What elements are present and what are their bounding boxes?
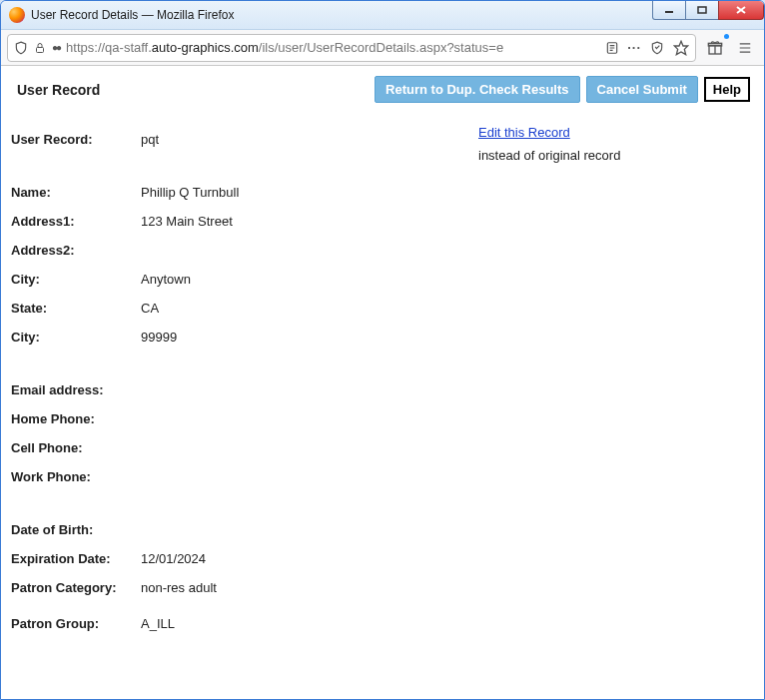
value-email: [141, 375, 750, 404]
spacer: [11, 491, 750, 515]
label-user-record: User Record:: [11, 125, 141, 154]
whats-new-icon[interactable]: [702, 35, 728, 61]
url-prefix: https://qa-staff.: [66, 40, 152, 55]
value-name: Phillip Q Turnbull: [141, 178, 750, 207]
browser-toolbar: ●● https://qa-staff.auto-graphics.com/il…: [1, 30, 764, 66]
maximize-button[interactable]: [685, 0, 719, 20]
minimize-button[interactable]: [652, 0, 686, 20]
more-icon[interactable]: ···: [627, 40, 641, 55]
toolbar-right: [702, 35, 758, 61]
url-actions: ···: [605, 40, 689, 56]
value-patron-category: non-res adult: [141, 573, 750, 602]
return-button[interactable]: Return to Dup. Check Results: [375, 76, 579, 103]
label-state: State:: [11, 294, 141, 323]
value-state: CA: [141, 294, 750, 323]
value-dob: [141, 515, 750, 544]
firefox-icon: [9, 7, 25, 23]
shield-icon: [14, 41, 28, 55]
value-cell-phone: [141, 433, 750, 462]
cancel-submit-button[interactable]: Cancel Submit: [586, 76, 698, 103]
url-text: https://qa-staff.auto-graphics.com/ils/u…: [66, 40, 503, 55]
window-title: User Record Details — Mozilla Firefox: [31, 8, 234, 22]
label-dob: Date of Birth:: [11, 515, 141, 544]
value-work-phone: [141, 462, 750, 491]
permissions-icon: ●●: [52, 42, 60, 53]
value-address1: 123 Main Street: [141, 207, 750, 236]
value-expiration: 12/01/2024: [141, 544, 750, 573]
star-icon[interactable]: [673, 40, 689, 56]
menu-icon[interactable]: [732, 35, 758, 61]
url-host: auto-graphics.com: [152, 40, 259, 55]
value-zip: 99999: [141, 323, 750, 351]
label-patron-group: Patron Group:: [11, 602, 141, 638]
spacer: [11, 351, 750, 375]
record-fields: User Record: pqt Name: Phillip Q Turnbul…: [11, 125, 750, 638]
value-home-phone: [141, 404, 750, 433]
svg-marker-9: [674, 41, 687, 54]
label-city: City:: [11, 265, 141, 294]
label-patron-category: Patron Category:: [11, 573, 141, 602]
edit-record-link[interactable]: Edit this Record: [478, 125, 620, 140]
record-body: Edit this Record instead of original rec…: [11, 125, 750, 638]
page-title: User Record: [11, 82, 100, 98]
value-patron-group: A_ILL: [141, 602, 750, 638]
reader-mode-icon[interactable]: [605, 41, 619, 55]
label-home-phone: Home Phone:: [11, 404, 141, 433]
url-path: /ils/user/UserRecordDetails.aspx?status=…: [259, 40, 503, 55]
label-cell-phone: Cell Phone:: [11, 433, 141, 462]
label-address2: Address2:: [11, 236, 141, 265]
close-button[interactable]: [718, 0, 764, 20]
address-bar[interactable]: ●● https://qa-staff.auto-graphics.com/il…: [7, 34, 696, 62]
svg-rect-12: [708, 43, 721, 46]
label-expiration: Expiration Date:: [11, 544, 141, 573]
label-address1: Address1:: [11, 207, 141, 236]
edit-note: instead of original record: [478, 148, 620, 163]
lock-icon: [34, 41, 46, 55]
label-zip: City:: [11, 323, 141, 351]
svg-rect-4: [37, 47, 44, 52]
help-button[interactable]: Help: [704, 77, 750, 102]
page-content: User Record Return to Dup. Check Results…: [1, 66, 764, 699]
label-work-phone: Work Phone:: [11, 462, 141, 491]
value-user-record: pqt: [141, 125, 750, 154]
page-header: User Record Return to Dup. Check Results…: [11, 76, 750, 103]
page-actions: Return to Dup. Check Results Cancel Subm…: [375, 76, 750, 103]
window-titlebar: User Record Details — Mozilla Firefox: [1, 1, 764, 30]
svg-rect-1: [698, 7, 706, 13]
value-city: Anytown: [141, 265, 750, 294]
spacer: [11, 154, 750, 178]
label-email: Email address:: [11, 375, 141, 404]
pocket-icon[interactable]: [649, 41, 665, 55]
edit-area: Edit this Record instead of original rec…: [478, 125, 620, 163]
label-name: Name:: [11, 178, 141, 207]
window-controls: [653, 0, 764, 20]
value-address2: [141, 236, 750, 265]
